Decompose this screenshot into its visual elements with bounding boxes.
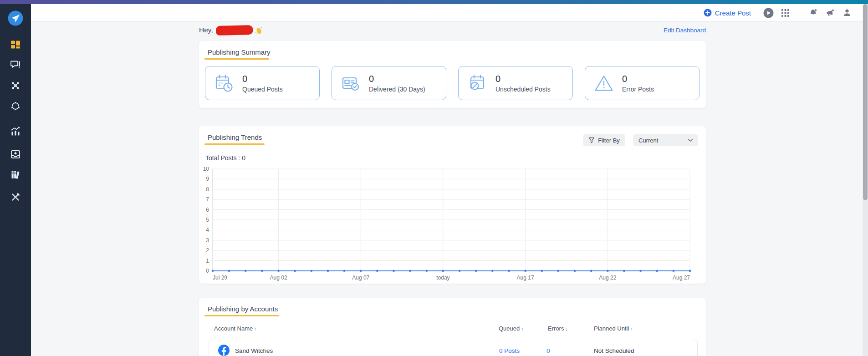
publishing-trends-title: Publishing Trends xyxy=(208,133,262,141)
inbox-icon[interactable] xyxy=(8,147,23,162)
period-value: Current xyxy=(638,137,658,144)
tools-icon[interactable] xyxy=(8,189,23,205)
total-posts-label: Total Posts : 0 xyxy=(205,154,245,162)
funnel-icon xyxy=(588,137,595,143)
svg-text:Jul 29: Jul 29 xyxy=(213,275,227,281)
account-name: Sand Witches xyxy=(235,347,273,354)
summary-stat-card[interactable]: 0 Queued Posts xyxy=(205,66,320,100)
svg-text:3: 3 xyxy=(206,237,209,244)
column-header-account-name[interactable]: Account Name↑ xyxy=(214,325,257,332)
stat-value: 0 xyxy=(369,74,425,84)
svg-text:2: 2 xyxy=(206,247,209,254)
summary-stat-card[interactable]: 0 Error Posts xyxy=(585,66,700,100)
chart-growth-icon[interactable] xyxy=(8,123,23,139)
wave-emoji-icon xyxy=(255,26,263,34)
sidebar xyxy=(0,4,31,356)
filter-by-button[interactable]: Filter By xyxy=(583,134,625,146)
scrollbar-thumb[interactable] xyxy=(863,4,868,200)
svg-text:7: 7 xyxy=(206,196,209,203)
column-header-errors[interactable]: Errors↓ xyxy=(548,325,568,332)
greeting-text: Hey, xyxy=(199,26,213,34)
summary-stats-row: 0 Queued Posts 0 Delivered (30 Days) 0 U… xyxy=(205,66,701,100)
calendar-clock-icon xyxy=(214,73,234,93)
svg-text:today: today xyxy=(436,275,449,281)
greeting: Hey, xyxy=(199,25,263,35)
queued-posts-link[interactable]: 0 Posts xyxy=(499,347,520,354)
megaphone-icon[interactable] xyxy=(826,8,835,17)
calendar-cancel-icon xyxy=(467,73,487,93)
trends-line-chart: 012345678910Jul 29Aug 02Aug 07todayAug 1… xyxy=(199,167,706,284)
edit-dashboard-link[interactable]: Edit Dashboard xyxy=(664,27,706,34)
facebook-icon xyxy=(218,345,230,356)
svg-text:9: 9 xyxy=(206,176,209,182)
chevron-down-icon xyxy=(687,137,694,143)
publishing-summary-title: Publishing Summary xyxy=(208,48,271,56)
sort-asc-icon: ↑ xyxy=(630,326,633,331)
errors-link[interactable]: 0 xyxy=(546,347,550,354)
svg-text:Aug 02: Aug 02 xyxy=(270,275,287,281)
circle-nodes-icon[interactable] xyxy=(8,98,23,114)
apps-grid-icon[interactable] xyxy=(781,9,789,17)
filter-by-label: Filter By xyxy=(598,137,620,144)
user-icon[interactable] xyxy=(842,8,852,17)
play-circle-icon[interactable] xyxy=(763,8,774,18)
title-underline xyxy=(204,58,269,60)
svg-text:6: 6 xyxy=(206,207,209,213)
top-gradient-bar xyxy=(0,0,868,4)
sort-desc-icon: ↓ xyxy=(565,326,568,331)
summary-stat-card[interactable]: 0 Unscheduled Posts xyxy=(458,66,573,100)
scrollbar-track[interactable] xyxy=(863,4,868,356)
svg-text:Aug 07: Aug 07 xyxy=(352,275,369,281)
svg-text:0: 0 xyxy=(206,268,209,274)
stat-label: Delivered (30 Days) xyxy=(369,86,425,93)
books-icon[interactable] xyxy=(8,167,23,183)
title-underline xyxy=(204,143,265,145)
main-content: Hey, Edit Dashboard Publishing Summary 0… xyxy=(31,22,863,356)
svg-text:8: 8 xyxy=(206,186,209,193)
stat-value: 0 xyxy=(495,74,551,84)
warning-triangle-icon xyxy=(594,73,614,93)
app-header: Create Post xyxy=(31,4,868,22)
create-post-label: Create Post xyxy=(715,9,751,17)
publishing-by-accounts-card: Publishing by Accounts Account Name↑ Que… xyxy=(199,298,706,356)
svg-text:5: 5 xyxy=(206,217,209,223)
column-header-planned-until[interactable]: Planned Until↑ xyxy=(594,325,633,332)
svg-text:4: 4 xyxy=(206,227,209,233)
dashboard-grid-icon[interactable] xyxy=(8,37,23,52)
svg-text:1: 1 xyxy=(206,258,209,264)
publishing-summary-card: Publishing Summary 0 Queued Posts 0 Deli… xyxy=(199,41,706,108)
sort-asc-icon: ↑ xyxy=(254,326,257,331)
redacted-username xyxy=(215,25,253,35)
account-table-row: Sand Witches 0 Posts 0 Not Scheduled xyxy=(209,339,698,356)
summary-stat-card[interactable]: 0 Delivered (30 Days) xyxy=(332,66,446,100)
period-dropdown[interactable]: Current xyxy=(633,134,698,146)
share-nodes-icon[interactable] xyxy=(8,78,23,93)
plus-circle-icon xyxy=(704,9,712,17)
accounts-rows: Sand Witches 0 Posts 0 Not Scheduled xyxy=(209,339,698,356)
stat-label: Unscheduled Posts xyxy=(495,86,551,93)
svg-text:10: 10 xyxy=(203,167,209,172)
svg-text:Aug 22: Aug 22 xyxy=(599,275,616,281)
column-header-queued[interactable]: Queued↑ xyxy=(499,325,524,332)
chat-pencil-icon[interactable] xyxy=(8,57,23,72)
title-underline xyxy=(204,315,279,316)
planned-until-value: Not Scheduled xyxy=(594,347,634,354)
news-check-icon xyxy=(341,73,361,93)
stat-value: 0 xyxy=(242,74,283,84)
header-divider xyxy=(799,8,799,17)
greeting-row: Hey, Edit Dashboard xyxy=(199,24,706,36)
send-logo-icon[interactable] xyxy=(8,10,23,26)
publishing-by-accounts-title: Publishing by Accounts xyxy=(208,305,278,313)
bell-icon[interactable] xyxy=(809,8,818,17)
stat-label: Error Posts xyxy=(622,86,654,93)
svg-text:Aug 17: Aug 17 xyxy=(517,275,534,281)
publishing-trends-card: Publishing Trends Filter By Current Tota… xyxy=(199,126,706,284)
stat-value: 0 xyxy=(622,74,654,84)
sort-asc-icon: ↑ xyxy=(521,326,524,331)
stat-label: Queued Posts xyxy=(242,86,283,93)
create-post-button[interactable]: Create Post xyxy=(704,9,751,17)
svg-text:Aug 27: Aug 27 xyxy=(673,275,690,281)
